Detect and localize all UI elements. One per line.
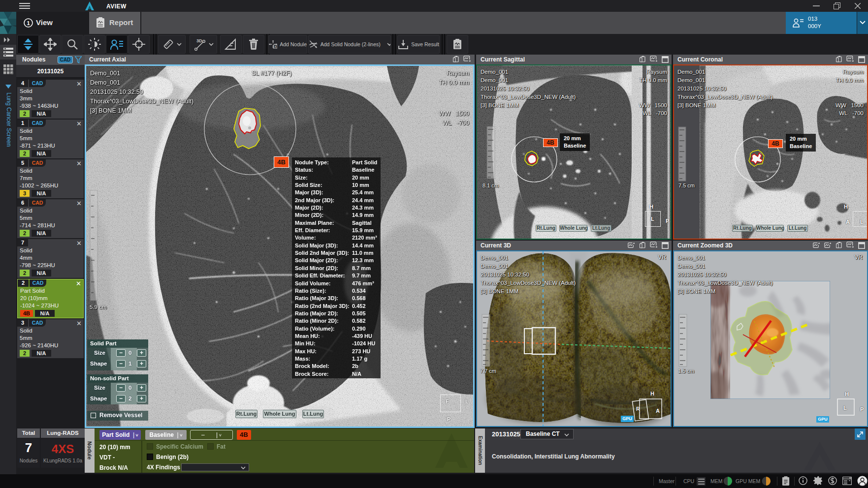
svg-text:1: 1 — [27, 20, 30, 26]
svg-text:A: A — [274, 45, 277, 48]
svg-text:3D: 3D — [196, 38, 202, 43]
